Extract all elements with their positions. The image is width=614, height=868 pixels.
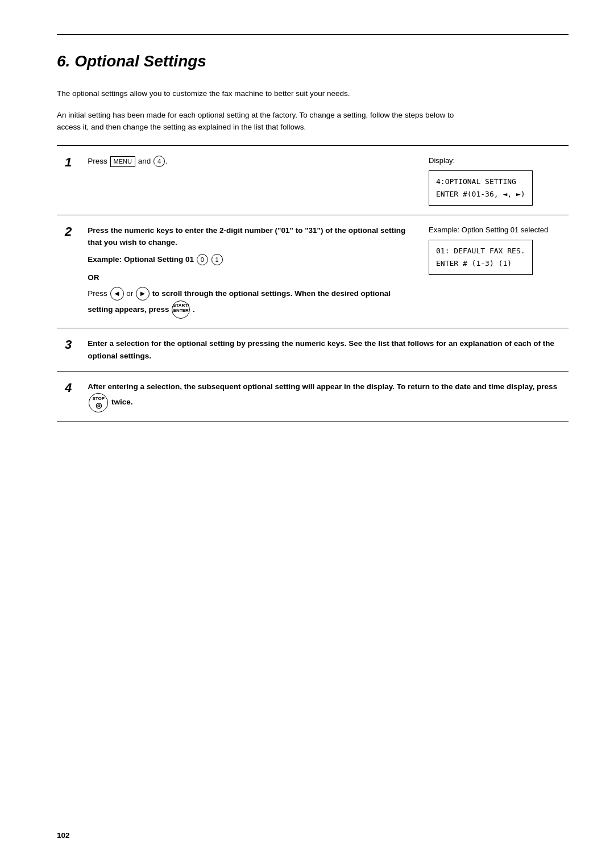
arrow-left-btn: ◄ [110,287,124,301]
step-2-bold: Press the numeric keys to enter the 2-di… [88,224,413,249]
display-line-1: 4:OPTIONAL SETTING [436,176,525,188]
example-label: Example: Optional Setting 01 [88,255,194,264]
display2-line-2: ENTER # (1-3) (1) [436,257,525,270]
step-2-display-label: Example: Option Setting 01 selected [429,224,561,236]
page-number: 102 [57,831,70,840]
chapter-number: 6 [57,52,66,70]
step-4-content: After entering a selection, the subseque… [80,372,569,422]
step-2-row: 2 Press the numeric keys to enter the 2-… [57,215,569,328]
steps-table: 1 Press MENU and 4. Display: 4:OPTIONAL … [57,145,569,422]
step-1-row: 1 Press MENU and 4. Display: 4:OPTIONAL … [57,145,569,215]
circle-key-1: 1 [211,254,223,265]
step-2-scroll: Press ◄ or ► to scroll through the optio… [88,287,413,319]
step-3-number: 3 [57,328,80,372]
circle-key-4: 4 [154,156,165,167]
step-4-row: 4 After entering a selection, the subseq… [57,372,569,422]
step-1-display: Display: 4:OPTIONAL SETTING ENTER #(01-3… [421,145,569,215]
top-rule [57,34,569,35]
step-2-content: Press the numeric keys to enter the 2-di… [80,215,421,328]
display-line-2: ENTER #(01-36, ◄, ►) [436,188,525,201]
step-1-content: Press MENU and 4. [80,145,421,215]
step-3-row: 3 Enter a selection for the optional set… [57,328,569,372]
step-2-display: Example: Option Setting 01 selected 01: … [421,215,569,328]
step-2-display-box: 01: DEFAULT FAX RES. ENTER # (1-3) (1) [429,240,533,275]
or-label: OR [88,272,413,284]
step-2-example: Example: Optional Setting 01 0 1 [88,253,413,266]
step-2-number: 2 [57,215,80,328]
step-1-number: 1 [57,145,80,215]
step-4-number: 4 [57,372,80,422]
stop-btn: STOP◎ [89,393,108,412]
chapter-title: 6. Optional Settings [57,52,569,70]
circle-key-0: 0 [197,254,208,265]
arrow-right-btn: ► [136,287,150,301]
step-4-text: After entering a selection, the subseque… [88,382,557,406]
start-enter-btn: START/ENTER [172,301,190,319]
step-1-display-box: 4:OPTIONAL SETTING ENTER #(01-36, ◄, ►) [429,170,533,206]
page: 6. Optional Settings The optional settin… [0,0,614,868]
step-3-instruction: Enter a selection for the optional setti… [88,339,554,360]
intro-paragraph1: The optional settings allow you to custo… [57,87,466,100]
intro-paragraph2: An initial setting has been made for eac… [57,109,466,133]
step-3-content: Enter a selection for the optional setti… [80,328,569,372]
step-1-display-label: Display: [429,155,561,167]
chapter-title-text: Optional Settings [74,52,206,70]
display2-line-1: 01: DEFAULT FAX RES. [436,245,525,257]
menu-key: MENU [110,156,135,167]
